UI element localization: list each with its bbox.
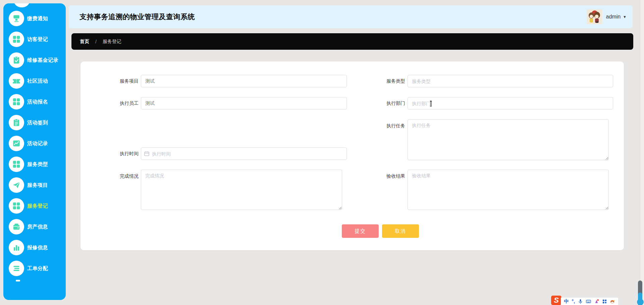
sidebar-item-payment-notice[interactable]: 缴费通知 <box>3 8 66 29</box>
sidebar-item-label: 访客登记 <box>27 36 48 43</box>
list-icon <box>9 261 24 276</box>
wallet-icon <box>9 219 24 234</box>
acceptance-label: 验收结果 <box>382 170 405 179</box>
completion-label: 完成情况 <box>115 170 139 179</box>
sidebar-item-label: 社区活动 <box>27 78 48 84</box>
clipboard-icon <box>9 115 24 130</box>
sidebar-item-label: 工单分配 <box>27 265 48 272</box>
sidebar-item-service-project[interactable]: 服务项目 <box>3 175 66 195</box>
thermometer-indicator <box>637 280 644 305</box>
sidebar-item-label: 活动报名 <box>27 99 48 105</box>
exec-task-textarea[interactable] <box>408 119 609 160</box>
grid-icon <box>9 157 24 172</box>
exec-staff-label: 执行员工 <box>115 100 139 106</box>
breadcrumb-current: 服务登记 <box>103 39 121 45</box>
service-type-input[interactable] <box>408 75 613 87</box>
page-title: 支持事务追溯的物业管理及查询系统 <box>79 12 195 21</box>
punctuation-icon[interactable]: °, <box>572 299 575 304</box>
toolbox-grid-icon[interactable] <box>602 299 607 304</box>
scrolled-item-fragment <box>16 280 20 281</box>
username: admin <box>606 14 621 20</box>
sidebar-item-activity-record[interactable]: 活动记录 <box>3 133 66 154</box>
sidebar-item-repair-info[interactable]: 报修信息 <box>3 237 66 258</box>
sidebar-item-visitor-register[interactable]: 访客登记 <box>3 29 66 50</box>
sidebar-item-service-register[interactable]: 服务登记 <box>3 195 66 216</box>
chevron-down-icon: ▼ <box>623 15 627 19</box>
skin-icon[interactable] <box>594 299 599 304</box>
header-bar: 支持事务追溯的物业管理及查询系统 admin ▼ <box>69 5 633 28</box>
avatar[interactable] <box>587 9 602 24</box>
sidebar-item-service-type[interactable]: 服务类型 <box>3 154 66 175</box>
submit-button[interactable]: 提交 <box>342 224 379 238</box>
acceptance-textarea[interactable] <box>408 170 609 210</box>
sidebar-item-label: 服务登记 <box>27 203 48 209</box>
breadcrumb-separator: / <box>95 39 97 44</box>
exec-department-input[interactable] <box>408 97 613 110</box>
form-card: 服务项目 服务类型 执行员工 执行部门 执行任务 执行时间 完成情况 <box>80 61 624 250</box>
service-project-input[interactable] <box>141 75 347 87</box>
exec-staff-input[interactable] <box>141 97 347 110</box>
ticket-icon <box>9 73 24 89</box>
user-menu[interactable]: admin ▼ <box>587 5 627 28</box>
sidebar-item-label: 活动记录 <box>27 140 48 147</box>
sidebar-item-label: 维修基金记录 <box>27 57 58 63</box>
grid-icon <box>9 94 24 110</box>
cancel-button[interactable]: 取消 <box>382 224 419 238</box>
chinese-mode-icon[interactable]: 中 <box>564 299 569 304</box>
payment-icon <box>9 11 24 26</box>
sogou-logo-icon[interactable]: S <box>551 296 561 305</box>
sidebar-item-workorder-assign[interactable]: 工单分配 <box>3 258 66 279</box>
chart-line-icon <box>9 136 24 151</box>
paper-plane-icon <box>9 177 24 193</box>
sidebar-item-label: 房产信息 <box>27 224 48 230</box>
sidebar-item-label: 缴费通知 <box>27 15 48 22</box>
sidebar-item-label: 报修信息 <box>27 245 48 251</box>
scrollbar-track[interactable] <box>640 0 644 305</box>
clipboard-check-icon <box>9 52 24 68</box>
sidebar-item-label: 服务项目 <box>27 182 48 188</box>
exec-time-label: 执行时间 <box>115 151 139 157</box>
sidebar-item-activity-signup[interactable]: 活动报名 <box>3 91 66 112</box>
exec-task-label: 执行任务 <box>382 119 405 129</box>
exec-department-label: 执行部门 <box>382 100 405 106</box>
service-project-label: 服务项目 <box>115 78 139 84</box>
completion-textarea[interactable] <box>141 170 342 210</box>
grid-icon <box>9 198 24 214</box>
keyboard-icon[interactable] <box>586 299 591 304</box>
scrolled-item-icon-fragment <box>14 3 30 7</box>
grid-icon <box>9 32 24 47</box>
bar-chart-icon <box>9 240 24 255</box>
sidebar: 缴费通知 访客登记 维修基金记录 社区活动 活动报名 活动签到 活动记录 服务类… <box>3 3 66 300</box>
sidebar-item-property-info[interactable]: 房产信息 <box>3 216 66 237</box>
ime-toolbar: 中 °, <box>561 297 619 305</box>
exec-time-input[interactable] <box>141 147 347 160</box>
microphone-icon[interactable] <box>578 299 583 304</box>
sidebar-item-activity-checkin[interactable]: 活动签到 <box>3 112 66 133</box>
breadcrumb: 首页 / 服务登记 <box>71 33 633 50</box>
sidebar-item-label: 服务类型 <box>27 161 48 168</box>
sidebar-item-repair-fund-record[interactable]: 维修基金记录 <box>3 50 66 71</box>
emoji-icon[interactable] <box>610 299 615 304</box>
breadcrumb-home-link[interactable]: 首页 <box>80 39 89 45</box>
service-type-label: 服务类型 <box>382 78 405 84</box>
sidebar-item-label: 活动签到 <box>27 120 48 126</box>
sidebar-item-community-activity[interactable]: 社区活动 <box>3 71 66 91</box>
